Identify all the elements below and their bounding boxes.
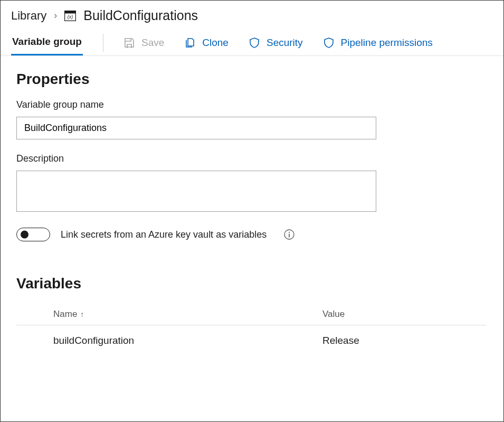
description-input[interactable] [16,171,376,212]
security-label: Security [267,37,303,49]
variable-group-name-input[interactable] [16,117,376,139]
svg-point-4 [289,232,290,233]
breadcrumb-title: BuildConfigurations [83,8,198,23]
chevron-right-icon: › [54,10,57,21]
svg-rect-5 [289,234,290,238]
clone-label: Clone [202,37,229,49]
svg-text:(x): (x) [68,14,73,20]
link-keyvault-toggle[interactable] [16,228,50,241]
save-label: Save [141,37,164,49]
toolbar-divider [103,34,103,52]
breadcrumb-library-link[interactable]: Library [11,9,46,23]
save-icon [123,37,135,49]
pipeline-permissions-label: Pipeline permissions [341,37,433,49]
description-label: Description [16,153,488,164]
sort-ascending-icon: ↑ [80,310,84,318]
breadcrumb: Library › (x) BuildConfigurations [1,1,503,27]
tab-variable-group[interactable]: Variable group [11,30,83,55]
toggle-knob [21,231,28,239]
column-header-value[interactable]: Value [322,309,486,320]
variable-group-icon: (x) [64,11,76,21]
variables-heading: Variables [16,275,488,292]
link-keyvault-label: Link secrets from an Azure key vault as … [61,229,267,240]
svg-rect-1 [65,11,76,13]
security-button[interactable]: Security [249,31,303,55]
toolbar: Variable group Save Clone Security Pipel… [1,27,503,56]
save-button: Save [123,31,164,55]
info-icon[interactable] [283,229,295,240]
clone-button[interactable]: Clone [184,31,229,55]
security-icon [249,37,260,49]
column-header-name[interactable]: Name ↑ [16,309,322,320]
variable-name-cell: buildConfiguration [16,335,322,346]
pipeline-permissions-icon [323,37,335,49]
variable-value-cell: Release [322,335,486,346]
table-row[interactable]: buildConfiguration Release [16,325,486,356]
variable-group-name-label: Variable group name [16,99,488,110]
properties-heading: Properties [16,71,488,88]
variables-table: Name ↑ Value buildConfiguration Release [16,304,486,356]
clone-icon [184,37,196,49]
pipeline-permissions-button[interactable]: Pipeline permissions [323,31,433,55]
